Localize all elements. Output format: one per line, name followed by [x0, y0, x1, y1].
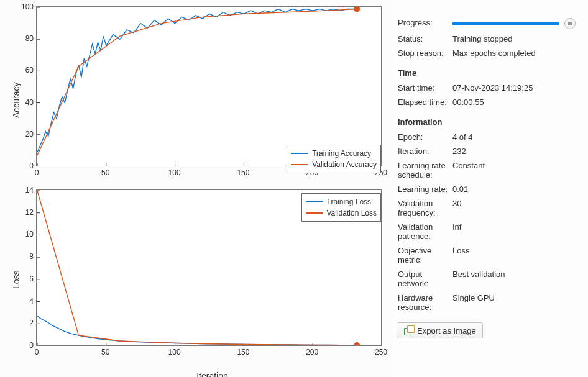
- starttime-value: 07-Nov-2023 14:19:25: [452, 81, 576, 94]
- outnet-label: Output network:: [398, 268, 451, 290]
- lr-label: Learning rate:: [398, 183, 451, 196]
- elapsed-label: Elapsed time:: [398, 96, 451, 109]
- loss-x-label: Iteration: [36, 371, 388, 377]
- legend-val-acc: Validation Accuracy: [312, 160, 377, 169]
- accuracy-plot-svg: [36, 6, 382, 166]
- legend-train-acc: Training Accuracy: [312, 149, 371, 158]
- valfreq-value: 30: [452, 197, 576, 219]
- stopreason-label: Stop reason:: [398, 47, 451, 60]
- status-label: Status:: [398, 32, 451, 45]
- status-value: Training stopped: [452, 32, 576, 45]
- loss-y-label: Loss: [11, 270, 21, 289]
- accuracy-chart: Accuracy 020406080100 050100150200250 Tr…: [6, 6, 388, 189]
- progress-bar: [452, 22, 559, 25]
- stopreason-value: Max epochs completed: [452, 47, 576, 60]
- export-button-label: Export as Image: [417, 326, 476, 335]
- info-table: Progress: Status:Training stopped Stop r…: [397, 15, 577, 315]
- valfreq-label: Validation frequency:: [398, 197, 451, 219]
- objmetric-value: Loss: [452, 244, 576, 266]
- iteration-label: Iteration:: [398, 145, 451, 158]
- epoch-label: Epoch:: [398, 130, 451, 143]
- progress-label: Progress:: [398, 16, 451, 31]
- export-icon: [403, 325, 413, 335]
- svg-point-27: [354, 342, 360, 346]
- charts-panel: Accuracy 020406080100 050100150200250 Tr…: [0, 0, 392, 377]
- stop-icon: [568, 22, 572, 25]
- hw-value: Single GPU: [452, 291, 576, 314]
- loss-chart: Loss 02468101214 050100150200250 Trainin…: [6, 189, 388, 370]
- valpat-label: Validation patience:: [398, 220, 451, 243]
- legend-train-loss: Training Loss: [327, 198, 372, 206]
- iteration-value: 232: [452, 145, 576, 158]
- lrsched-label: Learning rate schedule:: [398, 159, 451, 181]
- lrsched-value: Constant: [452, 159, 576, 181]
- valpat-value: Inf: [452, 220, 576, 243]
- starttime-label: Start time:: [398, 81, 451, 94]
- accuracy-legend: Training Accuracy Validation Accuracy: [287, 145, 381, 173]
- lr-value: 0.01: [452, 183, 576, 196]
- elapsed-value: 00:00:55: [452, 96, 576, 109]
- export-as-image-button[interactable]: Export as Image: [397, 322, 483, 338]
- svg-point-12: [354, 6, 360, 12]
- stop-button[interactable]: [564, 18, 576, 29]
- outnet-value: Best validation: [452, 268, 576, 290]
- time-header: Time: [398, 61, 576, 80]
- legend-val-loss: Validation Loss: [327, 209, 377, 217]
- accuracy-y-label: Accuracy: [11, 82, 21, 118]
- hw-label: Hardware resource:: [398, 291, 451, 314]
- loss-legend: Training Loss Validation Loss: [301, 193, 382, 222]
- objmetric-label: Objective metric:: [398, 244, 451, 266]
- information-header: Information: [398, 110, 576, 129]
- epoch-value: 4 of 4: [452, 130, 576, 143]
- info-panel: Progress: Status:Training stopped Stop r…: [392, 0, 588, 377]
